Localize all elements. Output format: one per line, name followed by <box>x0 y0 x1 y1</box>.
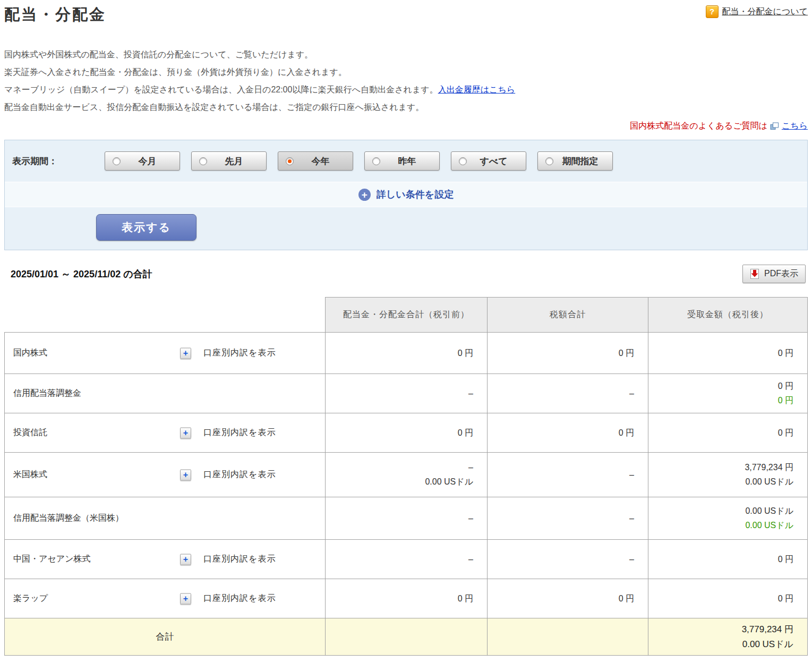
radio-icon <box>199 157 207 165</box>
period-option-5[interactable]: すべて <box>451 151 526 171</box>
value-text: 0 円 <box>458 348 473 359</box>
value-cell: 0 円 <box>325 332 487 374</box>
faq-note: 国内株式配当金のよくあるご質問は こちら <box>4 121 808 132</box>
value-text: 0.00 USドル <box>425 477 473 487</box>
radio-icon <box>286 157 294 165</box>
value-text: 0 円 <box>458 593 473 604</box>
expand-plus-button[interactable]: + <box>180 554 191 565</box>
value-cell: 0 円 <box>325 413 487 452</box>
col-header-tax-total: 税額合計 <box>487 297 648 332</box>
submit-row: 表示する <box>5 207 807 250</box>
pdf-icon <box>750 268 760 279</box>
value-cell: – <box>487 497 648 539</box>
value-text: 0 円 <box>778 554 793 565</box>
table-header-spacer <box>4 297 325 332</box>
question-icon: ? <box>706 5 719 18</box>
period-option-6[interactable]: 期間指定 <box>537 151 613 171</box>
external-window-icon <box>770 122 779 130</box>
total-cell-tax <box>487 618 648 655</box>
period-option-3[interactable]: 今年 <box>278 151 353 171</box>
period-option-label: 今年 <box>294 155 353 167</box>
period-filter-row: 表示期間： 今月先月今年昨年すべて期間指定 <box>5 140 807 182</box>
value-text: 0 円 <box>619 593 634 604</box>
row-label: 中国・アセアン株式 <box>13 554 91 565</box>
pdf-button-label[interactable]: PDF表示 <box>764 268 798 279</box>
intro-line-1: 国内株式や外国株式の配当金、投資信託の分配金について、ご覧いただけます。 <box>4 46 808 63</box>
value-text: – <box>468 554 473 565</box>
value-cell: 0 円 <box>487 579 648 618</box>
row-label-cell: 中国・アセアン株式+口座別内訳を表示 <box>4 539 325 579</box>
expand-plus-button[interactable]: + <box>180 469 191 480</box>
advanced-conditions-label[interactable]: 詳しい条件を設定 <box>377 188 454 201</box>
total-net-jpy: 3,779,234 円 <box>742 624 793 635</box>
filter-panel: 表示期間： 今月先月今年昨年すべて期間指定 + 詳しい条件を設定 表示する <box>4 140 808 250</box>
row-label-cell: 信用配当落調整金（米国株） <box>4 497 325 539</box>
intro-line-3: マネーブリッジ（自動スイープ）を設定されている場合は、入金日の22:00以降に楽… <box>4 81 808 98</box>
value-text: – <box>629 470 634 480</box>
breakdown-toggle-label[interactable]: 口座別内訳を表示 <box>203 347 276 359</box>
period-options: 今月先月今年昨年すべて期間指定 <box>105 151 613 171</box>
period-option-1[interactable]: 今月 <box>105 151 180 171</box>
breakdown-toggle-label[interactable]: 口座別内訳を表示 <box>203 554 276 565</box>
expand-plus-button[interactable]: + <box>180 427 191 438</box>
breakdown-toggle-label[interactable]: 口座別内訳を表示 <box>203 427 276 438</box>
row-label: 楽ラップ <box>13 593 48 604</box>
total-row-label: 合計 <box>4 618 325 655</box>
radio-icon <box>545 157 553 165</box>
value-text: – <box>629 554 634 565</box>
expand-plus-button[interactable]: + <box>180 347 191 359</box>
total-cell-net: 3,779,234 円 0.00 USドル <box>648 618 808 655</box>
value-text: – <box>468 462 473 473</box>
value-text: – <box>629 388 634 399</box>
period-label: 表示期間： <box>12 155 105 167</box>
value-cell: 0 円 <box>648 413 808 452</box>
value-text: 0 円 <box>619 428 634 438</box>
page-header: 配当・分配金 ? 配当・分配金について <box>4 3 808 26</box>
row-label: 信用配当落調整金（米国株） <box>13 513 124 524</box>
value-text: 0 円 <box>619 348 634 359</box>
faq-text: 国内株式配当金のよくあるご質問は <box>630 121 767 132</box>
row-label: 投資信託 <box>13 427 47 438</box>
date-range-heading: 2025/01/01 ～ 2025/11/02 の合計 <box>11 268 152 281</box>
col-header-pretax-total: 配当金・分配金合計（税引前） <box>325 297 487 332</box>
faq-link[interactable]: こちら <box>782 121 808 132</box>
breakdown-toggle-label[interactable]: 口座別内訳を表示 <box>203 469 276 480</box>
radio-icon <box>459 157 467 165</box>
period-option-2[interactable]: 先月 <box>191 151 267 171</box>
value-cell: 0 円 <box>325 579 487 618</box>
value-text: – <box>629 513 634 524</box>
row-label-cell: 楽ラップ+口座別内訳を表示 <box>4 579 325 618</box>
value-cell: 0 円 <box>648 539 808 579</box>
value-cell: 0 円0 円 <box>648 374 808 413</box>
help-link-label[interactable]: 配当・分配金について <box>722 6 808 18</box>
deposit-history-link[interactable]: 入出金履歴はこちら <box>438 85 516 94</box>
help-link[interactable]: ? 配当・分配金について <box>706 5 808 18</box>
value-text: 0 円 <box>778 395 793 406</box>
period-option-label: 期間指定 <box>553 155 612 167</box>
value-text: 0 円 <box>778 348 793 359</box>
value-cell: – <box>325 374 487 413</box>
pdf-button[interactable]: PDF表示 <box>742 265 806 283</box>
row-label-cell: 国内株式+口座別内訳を表示 <box>4 332 325 374</box>
value-cell: –0.00 USドル <box>325 452 487 497</box>
expand-plus-button[interactable]: + <box>180 593 191 604</box>
total-cell-pretax <box>325 618 487 655</box>
value-text: 3,779,234 円 <box>745 462 793 473</box>
row-label: 信用配当落調整金 <box>13 388 81 399</box>
display-button[interactable]: 表示する <box>96 214 196 241</box>
period-option-label: 先月 <box>207 155 266 167</box>
page-title: 配当・分配金 <box>4 4 106 26</box>
value-cell: 3,779,234 円0.00 USドル <box>648 452 808 497</box>
value-cell: 0 円 <box>648 332 808 374</box>
breakdown-toggle-label[interactable]: 口座別内訳を表示 <box>203 593 276 604</box>
value-cell: – <box>487 539 648 579</box>
row-label-cell: 投資信託+口座別内訳を表示 <box>4 413 325 452</box>
value-cell: – <box>487 452 648 497</box>
col-header-net-amount: 受取金額（税引後） <box>648 297 808 332</box>
value-cell: 0.00 USドル0.00 USドル <box>648 497 808 539</box>
intro-line-2: 楽天証券へ入金された配当金・分配金は、預り金（外貨は外貨預り金）に入金されます。 <box>4 63 808 81</box>
value-text: 0 円 <box>778 428 793 438</box>
period-option-4[interactable]: 昨年 <box>364 151 440 171</box>
value-text: 0 円 <box>778 593 793 604</box>
advanced-conditions-link[interactable]: + 詳しい条件を設定 <box>358 188 454 201</box>
